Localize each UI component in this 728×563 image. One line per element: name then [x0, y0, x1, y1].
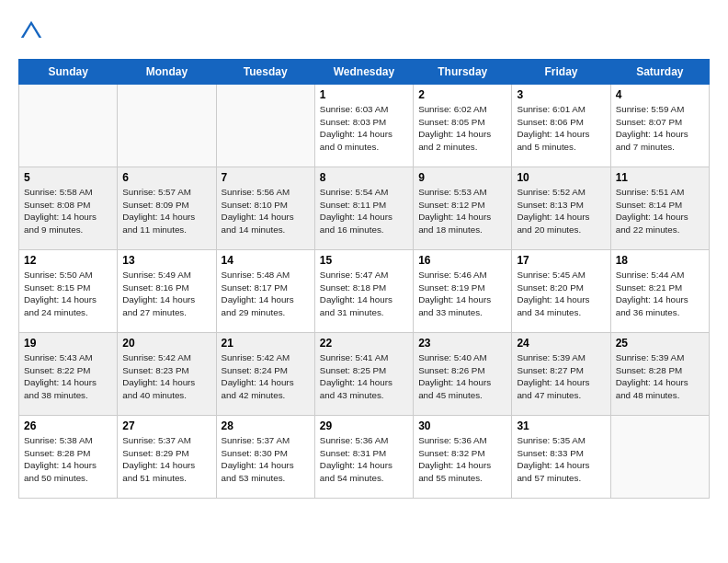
sunrise-text: Sunrise: 5:43 AM — [24, 352, 93, 362]
day-header-tuesday: Tuesday — [216, 60, 314, 85]
daylight-minutes: and 33 minutes. — [418, 307, 483, 317]
day-info: Sunrise: 5:46 AMSunset: 8:19 PMDaylight:… — [418, 269, 506, 319]
sunset-text: Sunset: 8:03 PM — [320, 117, 386, 127]
calendar-cell: 10Sunrise: 5:52 AMSunset: 8:13 PMDayligh… — [512, 167, 610, 250]
sunset-text: Sunset: 8:15 PM — [24, 282, 90, 293]
day-info: Sunrise: 5:38 AMSunset: 8:28 PMDaylight:… — [24, 434, 112, 485]
day-number: 2 — [418, 88, 506, 101]
day-number: 28 — [222, 419, 310, 432]
day-number: 17 — [517, 254, 605, 267]
day-info: Sunrise: 5:48 AMSunset: 8:17 PMDaylight:… — [222, 269, 310, 319]
day-number: 6 — [122, 171, 210, 184]
sunset-text: Sunset: 8:30 PM — [222, 448, 288, 458]
sunrise-text: Sunrise: 5:47 AM — [320, 270, 389, 280]
calendar-cell: 22Sunrise: 5:41 AMSunset: 8:25 PMDayligh… — [314, 333, 413, 416]
daylight-minutes: and 18 minutes. — [418, 224, 483, 235]
sunrise-text: Sunrise: 5:53 AM — [418, 187, 487, 197]
daylight-minutes: and 51 minutes. — [122, 473, 187, 483]
daylight-minutes: and 38 minutes. — [24, 390, 88, 400]
daylight-hours: Daylight: 14 hours — [418, 294, 491, 304]
day-number: 29 — [320, 419, 408, 432]
day-number: 21 — [222, 337, 310, 350]
logo-icon — [18, 18, 44, 44]
daylight-minutes: and 34 minutes. — [517, 307, 581, 317]
sunrise-text: Sunrise: 5:42 AM — [122, 352, 191, 362]
day-info: Sunrise: 5:37 AMSunset: 8:29 PMDaylight:… — [122, 434, 210, 485]
calendar-cell: 13Sunrise: 5:49 AMSunset: 8:16 PMDayligh… — [118, 250, 216, 333]
daylight-hours: Daylight: 14 hours — [222, 377, 294, 387]
sunrise-text: Sunrise: 5:52 AM — [517, 187, 586, 197]
sunrise-text: Sunrise: 5:36 AM — [418, 435, 487, 445]
calendar-cell: 7Sunrise: 5:56 AMSunset: 8:10 PMDaylight… — [216, 167, 314, 250]
sunset-text: Sunset: 8:20 PM — [517, 282, 583, 293]
sunset-text: Sunset: 8:19 PM — [418, 282, 484, 293]
calendar-week-5: 26Sunrise: 5:38 AMSunset: 8:28 PMDayligh… — [19, 416, 710, 499]
daylight-minutes: and 20 minutes. — [517, 224, 581, 235]
day-number: 31 — [517, 419, 605, 432]
sunset-text: Sunset: 8:22 PM — [24, 365, 90, 375]
day-header-monday: Monday — [118, 60, 216, 85]
sunset-text: Sunset: 8:18 PM — [320, 282, 386, 293]
day-info: Sunrise: 6:02 AMSunset: 8:05 PMDaylight:… — [418, 103, 506, 154]
sunrise-text: Sunrise: 5:37 AM — [222, 435, 290, 445]
calendar-cell: 19Sunrise: 5:43 AMSunset: 8:22 PMDayligh… — [19, 333, 118, 416]
sunset-text: Sunset: 8:06 PM — [517, 117, 583, 127]
sunrise-text: Sunrise: 5:54 AM — [320, 187, 389, 197]
daylight-hours: Daylight: 14 hours — [616, 294, 688, 304]
day-info: Sunrise: 5:53 AMSunset: 8:12 PMDaylight:… — [418, 186, 506, 236]
day-info: Sunrise: 5:42 AMSunset: 8:23 PMDaylight:… — [122, 351, 210, 402]
calendar-cell: 2Sunrise: 6:02 AMSunset: 8:05 PMDaylight… — [414, 85, 512, 167]
sunrise-text: Sunrise: 5:51 AM — [616, 187, 685, 197]
sunset-text: Sunset: 8:14 PM — [616, 200, 682, 210]
daylight-minutes: and 40 minutes. — [122, 390, 187, 400]
day-number: 25 — [616, 337, 704, 350]
sunset-text: Sunset: 8:28 PM — [616, 365, 682, 375]
sunset-text: Sunset: 8:17 PM — [222, 282, 288, 293]
calendar-cell: 11Sunrise: 5:51 AMSunset: 8:14 PMDayligh… — [610, 167, 709, 250]
page-header — [18, 18, 710, 44]
day-number: 13 — [122, 254, 210, 267]
day-info: Sunrise: 5:59 AMSunset: 8:07 PMDaylight:… — [616, 103, 704, 154]
calendar-cell: 23Sunrise: 5:40 AMSunset: 8:26 PMDayligh… — [414, 333, 512, 416]
sunrise-text: Sunrise: 5:38 AM — [24, 435, 93, 445]
day-info: Sunrise: 6:03 AMSunset: 8:03 PMDaylight:… — [320, 103, 408, 154]
daylight-hours: Daylight: 14 hours — [320, 294, 392, 304]
daylight-hours: Daylight: 14 hours — [616, 129, 688, 139]
daylight-hours: Daylight: 14 hours — [616, 377, 688, 387]
daylight-minutes: and 0 minutes. — [320, 142, 379, 152]
calendar-cell — [610, 416, 709, 499]
calendar-table: SundayMondayTuesdayWednesdayThursdayFrid… — [18, 59, 710, 499]
daylight-minutes: and 7 minutes. — [616, 142, 675, 152]
calendar-cell: 9Sunrise: 5:53 AMSunset: 8:12 PMDaylight… — [414, 167, 512, 250]
daylight-hours: Daylight: 14 hours — [517, 129, 589, 139]
sunset-text: Sunset: 8:28 PM — [24, 448, 90, 458]
day-number: 1 — [320, 88, 408, 101]
day-number: 14 — [222, 254, 310, 267]
daylight-hours: Daylight: 14 hours — [418, 212, 491, 222]
calendar-cell — [216, 85, 314, 167]
daylight-minutes: and 11 minutes. — [122, 224, 187, 235]
day-number: 19 — [24, 337, 112, 350]
daylight-minutes: and 22 minutes. — [616, 224, 680, 235]
calendar-cell: 3Sunrise: 6:01 AMSunset: 8:06 PMDaylight… — [512, 85, 610, 167]
daylight-minutes: and 47 minutes. — [517, 390, 581, 400]
calendar-cell: 15Sunrise: 5:47 AMSunset: 8:18 PMDayligh… — [314, 250, 413, 333]
daylight-hours: Daylight: 14 hours — [320, 129, 392, 139]
day-info: Sunrise: 5:36 AMSunset: 8:31 PMDaylight:… — [320, 434, 408, 485]
calendar-cell: 5Sunrise: 5:58 AMSunset: 8:08 PMDaylight… — [19, 167, 118, 250]
day-info: Sunrise: 5:54 AMSunset: 8:11 PMDaylight:… — [320, 186, 408, 236]
sunset-text: Sunset: 8:32 PM — [418, 448, 484, 458]
sunrise-text: Sunrise: 5:35 AM — [517, 435, 586, 445]
sunset-text: Sunset: 8:11 PM — [320, 200, 386, 210]
day-info: Sunrise: 5:35 AMSunset: 8:33 PMDaylight:… — [517, 434, 605, 485]
calendar-week-4: 19Sunrise: 5:43 AMSunset: 8:22 PMDayligh… — [19, 333, 710, 416]
sunset-text: Sunset: 8:10 PM — [222, 200, 288, 210]
sunrise-text: Sunrise: 6:03 AM — [320, 104, 389, 114]
day-number: 27 — [122, 419, 210, 432]
sunset-text: Sunset: 8:13 PM — [517, 200, 583, 210]
daylight-hours: Daylight: 14 hours — [517, 460, 589, 470]
day-number: 3 — [517, 88, 605, 101]
daylight-minutes: and 14 minutes. — [222, 224, 286, 235]
daylight-minutes: and 45 minutes. — [418, 390, 483, 400]
sunrise-text: Sunrise: 5:40 AM — [418, 352, 487, 362]
